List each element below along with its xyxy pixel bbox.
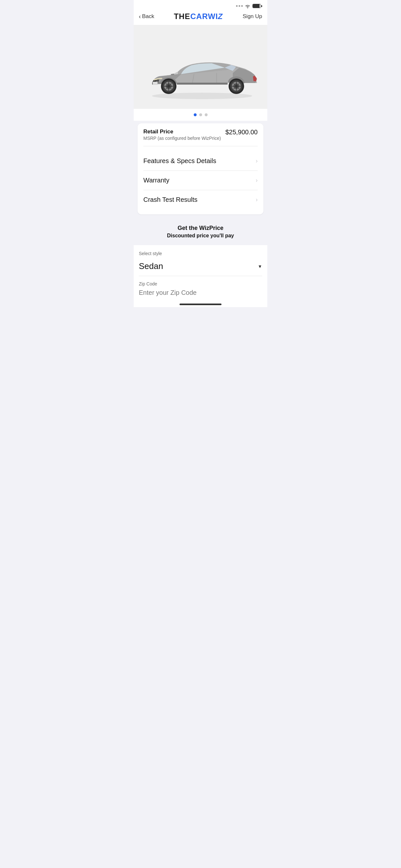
carousel-dots — [134, 109, 267, 121]
svg-rect-25 — [153, 82, 158, 85]
crash-test-item[interactable]: Crash Test Results › — [143, 190, 258, 209]
car-image: A — [134, 25, 267, 109]
style-label: Select style — [139, 245, 262, 258]
wifi-icon — [245, 4, 251, 8]
logo-z: Z — [217, 12, 224, 21]
status-bar — [134, 0, 267, 9]
features-specs-item[interactable]: Features & Specs Details › — [143, 151, 258, 171]
logo-the: THE — [174, 12, 190, 21]
retail-price-label: Retail Price — [143, 128, 221, 135]
price-card: Retail Price MSRP (as configured before … — [137, 123, 264, 214]
battery-icon — [252, 4, 262, 8]
crash-test-chevron-icon: › — [256, 196, 258, 203]
svg-text:A: A — [157, 80, 158, 82]
back-button[interactable]: ‹ Back — [139, 13, 154, 20]
style-select[interactable]: Sedan ▼ — [139, 258, 262, 276]
style-section: Select style Sedan ▼ — [134, 245, 267, 276]
features-specs-label: Features & Specs Details — [143, 157, 216, 165]
msrp-label: MSRP (as configured before WizPrice) — [143, 135, 221, 141]
zip-section: Zip Code — [134, 276, 267, 300]
wizprice-title: Get the WizPrice — [139, 225, 262, 231]
price-value: $25,900.00 — [225, 128, 258, 136]
svg-point-0 — [247, 7, 248, 8]
signal-dots — [236, 5, 243, 7]
svg-point-23 — [235, 85, 238, 88]
warranty-chevron-icon: › — [256, 177, 258, 184]
back-chevron-icon: ‹ — [139, 13, 141, 20]
logo-wiz: WI — [208, 12, 218, 21]
warranty-item[interactable]: Warranty › — [143, 171, 258, 190]
wizprice-subtitle: Discounted price you'll pay — [139, 233, 262, 239]
car-illustration: A — [139, 31, 262, 102]
home-indicator — [134, 300, 267, 307]
crash-test-label: Crash Test Results — [143, 196, 197, 204]
carousel-dot-2[interactable] — [199, 113, 202, 116]
zip-input[interactable] — [139, 289, 262, 300]
svg-rect-24 — [177, 83, 228, 85]
price-label-block: Retail Price MSRP (as configured before … — [143, 128, 221, 141]
signup-button[interactable]: Sign Up — [243, 13, 262, 20]
app-logo: THECARWIZ — [174, 12, 223, 21]
home-bar — [180, 304, 221, 305]
style-select-arrow-icon: ▼ — [258, 264, 262, 269]
svg-point-14 — [167, 85, 170, 88]
price-row: Retail Price MSRP (as configured before … — [143, 128, 258, 146]
zip-label: Zip Code — [139, 276, 262, 286]
style-select-value: Sedan — [139, 261, 163, 271]
warranty-label: Warranty — [143, 177, 169, 184]
features-specs-chevron-icon: › — [256, 158, 258, 164]
wizprice-section: Get the WizPrice Discounted price you'll… — [134, 217, 267, 245]
back-label: Back — [142, 13, 154, 20]
logo-car: CAR — [190, 12, 208, 21]
carousel-dot-3[interactable] — [205, 113, 208, 116]
carousel-dot-1[interactable] — [194, 113, 197, 116]
nav-bar: ‹ Back THECARWIZ Sign Up — [134, 9, 267, 25]
